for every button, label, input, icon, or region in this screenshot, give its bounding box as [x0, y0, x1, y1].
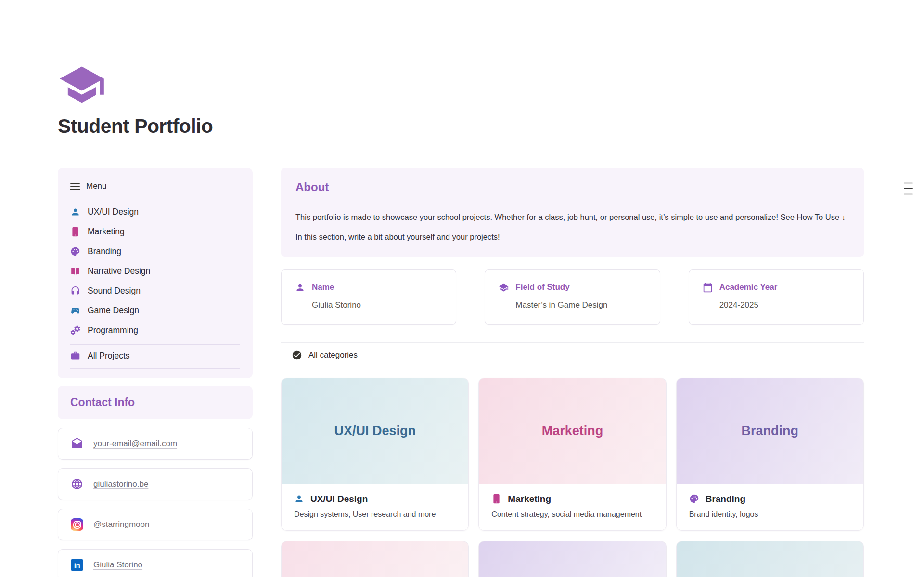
category-grid: UX/UI Design UX/UI Design Design systems… [281, 378, 864, 531]
person-icon [295, 282, 305, 293]
info-card-value: Master’s in Game Design [515, 300, 646, 310]
calendar-icon [703, 282, 713, 293]
sidebar: Menu UX/UI Design Marketing Branding [58, 168, 253, 577]
menu-item-uxui-design[interactable]: UX/UI Design [70, 202, 240, 222]
contact-link-instagram[interactable]: @starringmoon [58, 509, 253, 540]
category-banner: Marketing [479, 378, 666, 484]
info-cards-row: Name Giulia Storino Field of Study Maste… [281, 269, 864, 325]
envelope-icon [71, 437, 83, 450]
menu-nav: UX/UI Design Marketing Branding Narrativ… [70, 198, 240, 344]
category-name: UX/UI Design [310, 494, 368, 504]
linkedin-icon [71, 559, 83, 571]
info-card-name: Name Giulia Storino [281, 269, 456, 325]
menu-title: Menu [86, 181, 107, 191]
info-card-label: Name [312, 282, 334, 292]
menu-item-programming[interactable]: Programming [70, 321, 240, 340]
category-name: Marketing [508, 494, 551, 504]
palette-icon [689, 494, 699, 504]
category-name: Branding [706, 494, 745, 504]
graduation-cap-logo-icon [58, 61, 106, 109]
category-card-branding[interactable]: Branding Branding Brand identity, logos [676, 378, 864, 531]
info-card-academic-year: Academic Year 2024-2025 [689, 269, 864, 325]
category-card-uxui-design[interactable]: UX/UI Design UX/UI Design Design systems… [281, 378, 469, 531]
headphones-icon [70, 286, 80, 296]
category-card-marketing[interactable]: Marketing Marketing Content strategy, so… [478, 378, 666, 531]
info-card-value: Giulia Storino [312, 300, 442, 310]
divider [70, 368, 240, 369]
divider [295, 202, 849, 202]
menu-item-branding[interactable]: Branding [70, 242, 240, 261]
contact-link-linkedin[interactable]: Giulia Storino [58, 549, 253, 577]
instagram-icon [71, 518, 83, 531]
outline-bar [904, 182, 913, 184]
about-title: About [295, 180, 849, 194]
person-icon [294, 494, 304, 504]
briefcase-icon [70, 351, 80, 361]
student-portfolio-page: Student Portfolio Menu UX/UI Design [0, 61, 924, 577]
info-card-label: Academic Year [719, 282, 778, 292]
outline-bar [904, 193, 913, 195]
gamepad-icon [70, 306, 80, 316]
menu-item-marketing[interactable]: Marketing [70, 222, 240, 242]
category-filter-label: All categories [308, 350, 358, 360]
contact-info-panel: Contact Info [58, 386, 253, 419]
menu-item-narrative-design[interactable]: Narrative Design [70, 261, 240, 281]
category-description: Design systems, User research and more [294, 510, 456, 519]
main-content: About This portfolio is made to showcase… [281, 168, 864, 577]
gears-icon [70, 325, 80, 335]
category-card-partial-2[interactable] [478, 541, 666, 577]
category-description: Brand identity, logos [689, 510, 851, 519]
category-filter[interactable]: All categories [281, 342, 864, 368]
about-paragraph-2: In this section, write a bit about yours… [295, 231, 849, 244]
category-grid-row-2 [281, 541, 864, 577]
about-paragraph: This portfolio is made to showcase your … [295, 211, 849, 224]
outline-bar-active [904, 188, 913, 190]
check-circle-icon [292, 350, 302, 360]
about-section: About This portfolio is made to showcase… [281, 168, 864, 256]
info-card-field-of-study: Field of Study Master’s in Game Design [485, 269, 660, 325]
smartphone-icon [491, 494, 501, 504]
menu-item-sound-design[interactable]: Sound Design [70, 281, 240, 301]
menu-panel: Menu UX/UI Design Marketing Branding [58, 168, 253, 378]
menu-item-all-projects[interactable]: All Projects [70, 345, 240, 368]
graduation-cap-icon [499, 282, 509, 293]
open-book-icon [70, 266, 80, 276]
about-paragraph-text: This portfolio is made to showcase your … [295, 213, 797, 221]
header-divider [58, 153, 864, 153]
palette-icon [70, 246, 80, 256]
globe-icon [71, 478, 83, 490]
category-banner-title: UX/UI Design [334, 423, 416, 438]
category-banner: UX/UI Design [282, 378, 468, 484]
page-outline-indicator[interactable] [904, 182, 913, 195]
page-header: Student Portfolio [58, 61, 864, 153]
contact-link-email[interactable]: your-email@email.com [58, 428, 253, 460]
category-card-partial-1[interactable] [281, 541, 469, 577]
person-icon [70, 207, 80, 217]
category-banner-title: Branding [742, 423, 799, 438]
menu-item-game-design[interactable]: Game Design [70, 301, 240, 321]
category-description: Content strategy, social media managemen… [491, 510, 653, 519]
smartphone-icon [70, 227, 80, 237]
menu-header[interactable]: Menu [70, 180, 240, 198]
contact-info-title: Contact Info [70, 396, 240, 409]
info-card-value: 2024-2025 [719, 300, 850, 310]
category-card-partial-3[interactable] [676, 541, 864, 577]
contact-link-website[interactable]: giuliastorino.be [58, 468, 253, 500]
info-card-label: Field of Study [515, 282, 569, 292]
category-banner-title: Marketing [542, 423, 603, 438]
hamburger-menu-icon [70, 183, 80, 190]
category-banner: Branding [677, 378, 863, 484]
page-title: Student Portfolio [58, 115, 864, 138]
how-to-use-link[interactable]: How To Use ↓ [797, 213, 846, 221]
